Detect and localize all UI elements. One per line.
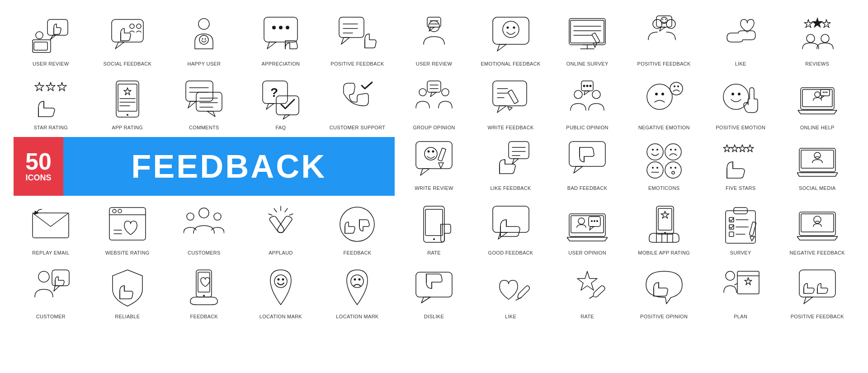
svg-rect-21 xyxy=(339,17,364,38)
label-positive-feedback-1: POSITIVE FEEDBACK xyxy=(330,61,384,67)
label-location-mark-2: LOCATION MARK xyxy=(336,313,378,320)
svg-point-13 xyxy=(202,38,203,40)
svg-marker-137 xyxy=(574,166,583,173)
label-like-1: LIKE xyxy=(735,61,746,67)
svg-marker-132 xyxy=(512,159,519,164)
label-good-feedback: GOOD FEEDBACK xyxy=(488,250,533,256)
svg-point-195 xyxy=(591,220,593,222)
icon-appreciation: APPRECIATION xyxy=(244,9,318,71)
svg-marker-67 xyxy=(124,88,131,95)
label-replay-email: REPLAY EMAIL xyxy=(32,250,69,256)
svg-marker-164 xyxy=(34,211,39,215)
svg-point-14 xyxy=(205,38,206,40)
label-happy-user: HAPPY USER xyxy=(187,61,221,67)
icon-write-feedback: WRITE FEEDBACK xyxy=(473,73,548,134)
svg-rect-114 xyxy=(801,88,834,109)
banner-number: 50 xyxy=(25,150,52,173)
row-2: STAR RATING APP RATING xyxy=(14,73,854,134)
svg-marker-54 xyxy=(811,17,823,28)
svg-marker-7 xyxy=(115,42,124,49)
svg-line-177 xyxy=(269,214,272,215)
icon-survey: SURVEY xyxy=(703,198,778,260)
svg-point-121 xyxy=(826,92,827,93)
label-write-feedback: WRITE FEEDBACK xyxy=(488,124,534,131)
svg-rect-73 xyxy=(196,92,222,111)
icon-five-stars: FIVE STARS xyxy=(703,137,778,196)
svg-rect-186 xyxy=(493,206,529,232)
svg-point-162 xyxy=(814,152,821,159)
svg-point-86 xyxy=(442,89,449,96)
label-social-feedback: SOCIAL FEEDBACK xyxy=(103,61,151,67)
svg-marker-59 xyxy=(35,82,44,91)
label-applaud: APPLAUD xyxy=(269,250,292,256)
label-comments: COMMENTS xyxy=(189,124,219,131)
label-online-survey: ONLINE SURVEY xyxy=(566,61,609,67)
label-like-feedback: LIKE FEEDBACK xyxy=(490,185,531,191)
icon-reviews: REVIEWS xyxy=(780,9,854,71)
icon-emoticons: EMOTICONS xyxy=(627,137,701,196)
svg-point-145 xyxy=(675,149,676,151)
icon-public-opinion: PUBLIC OPINION xyxy=(550,73,625,134)
label-reliable: RELIABLE xyxy=(115,313,140,320)
svg-point-173 xyxy=(214,213,221,220)
svg-point-140 xyxy=(647,144,663,160)
svg-point-231 xyxy=(351,275,363,288)
row-4: REPLAY EMAIL WEBSITE RATING xyxy=(14,198,854,260)
svg-point-18 xyxy=(272,26,276,29)
label-positive-feedback-2: POSITIVE FEEDBACK xyxy=(637,61,691,67)
icon-write-review: WRITE REVIEW xyxy=(397,137,472,196)
svg-point-192 xyxy=(578,218,585,224)
svg-rect-87 xyxy=(427,81,441,92)
label-website-rating: WEBSITE RATING xyxy=(105,250,150,256)
svg-marker-249 xyxy=(804,297,813,304)
svg-point-151 xyxy=(672,171,675,174)
svg-point-110 xyxy=(677,85,679,87)
svg-marker-74 xyxy=(207,111,215,117)
svg-point-106 xyxy=(655,93,658,95)
banner-blue-section: FEEDBACK xyxy=(63,137,395,196)
label-reviews: REVIEWS xyxy=(805,61,829,67)
svg-point-20 xyxy=(286,26,289,29)
svg-marker-61 xyxy=(57,82,66,91)
svg-point-108 xyxy=(670,82,683,95)
svg-marker-55 xyxy=(804,19,812,28)
label-positive-opinion: POSITIVE OPINION xyxy=(640,313,688,320)
icon-like-1: LIKE xyxy=(703,9,778,71)
icon-customer-support: CUSTOMER SUPPORT xyxy=(320,73,395,134)
icon-online-survey: ONLINE SURVEY xyxy=(550,9,625,71)
icon-negative-feedback: NEGATIVE FEEDBACK xyxy=(780,198,854,260)
label-negative-emotion: NEGATIVE EMOTION xyxy=(638,124,690,131)
svg-point-107 xyxy=(661,93,664,95)
icon-user-review-1: USER REVIEW xyxy=(14,9,88,71)
icon-negative-emotion: NEGATIVE EMOTION xyxy=(627,73,701,134)
main-container: USER REVIEW SOCIAL FEEDBA xyxy=(0,0,868,332)
row-3: 50 ICONS FEEDBACK xyxy=(14,137,854,196)
svg-point-113 xyxy=(738,93,741,95)
label-public-opinion: PUBLIC OPINION xyxy=(566,124,608,131)
svg-point-103 xyxy=(586,85,589,87)
label-rate-2: RATE xyxy=(580,313,594,320)
svg-marker-84 xyxy=(283,115,290,119)
svg-point-171 xyxy=(199,208,209,218)
label-bad-feedback: BAD FEEDBACK xyxy=(567,185,608,191)
svg-point-141 xyxy=(652,149,654,151)
svg-marker-56 xyxy=(822,19,830,28)
label-rate-1: RATE xyxy=(427,250,441,256)
svg-point-9 xyxy=(130,24,134,28)
svg-rect-2 xyxy=(34,42,47,50)
icon-plan: PLAN xyxy=(703,262,778,323)
svg-marker-156 xyxy=(739,145,746,152)
svg-point-168 xyxy=(118,209,122,213)
svg-point-35 xyxy=(506,27,509,29)
icon-customers: CUSTOMERS xyxy=(167,198,241,260)
label-online-help: ONLINE HELP xyxy=(800,124,835,131)
svg-point-227 xyxy=(203,295,205,297)
svg-rect-212 xyxy=(729,232,734,236)
svg-point-233 xyxy=(359,278,361,280)
icon-happy-user: HAPPY USER xyxy=(167,9,241,71)
svg-point-142 xyxy=(656,149,658,151)
svg-rect-127 xyxy=(438,148,446,161)
label-positive-emotion: POSITIVE EMOTION xyxy=(716,124,765,131)
svg-line-178 xyxy=(289,214,293,215)
label-social-media: SOCIAL MEDIA xyxy=(799,185,835,191)
